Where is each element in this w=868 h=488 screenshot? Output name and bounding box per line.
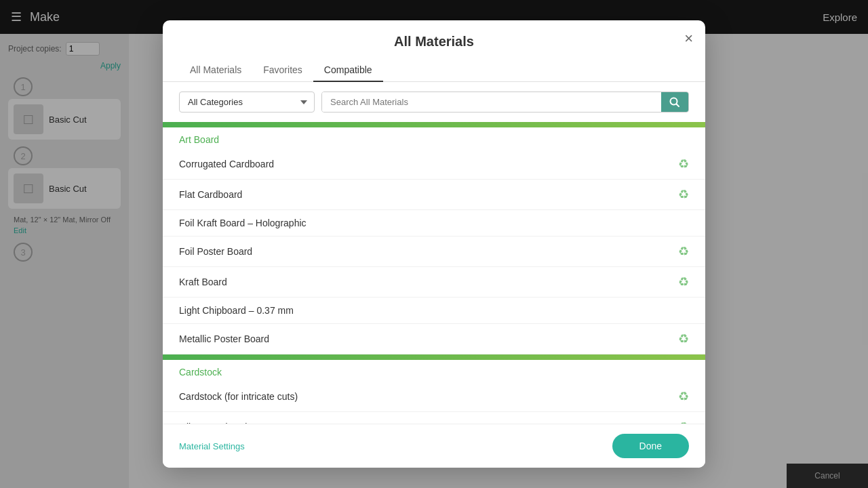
material-settings-button[interactable]: Material Settings	[179, 441, 245, 451]
tab-compatible[interactable]: Compatible	[313, 59, 383, 82]
art-board-title: Art Board	[163, 127, 705, 149]
material-row[interactable]: Foil Poster Board ♻	[163, 237, 705, 267]
recycle-icon-6: ♻	[678, 331, 689, 346]
recycle-icon-4: ♻	[678, 274, 689, 289]
svg-line-1	[677, 104, 679, 106]
category-cardstock: Cardstock Cardstock (for intricate cuts)…	[163, 354, 705, 424]
tab-favorites[interactable]: Favorites	[252, 59, 313, 82]
search-wrapper	[321, 92, 689, 113]
material-row[interactable]: Kraft Board ♻	[163, 267, 705, 298]
modal-overlay: All Materials × All Materials Favorites …	[0, 0, 868, 488]
material-row[interactable]: Flat Cardboard ♻	[163, 180, 705, 210]
material-name: Foil Poster Board	[179, 246, 678, 257]
category-art-board: Art Board Corrugated Cardboard ♻ Flat Ca…	[163, 122, 705, 354]
material-row[interactable]: Foil Kraft Board – Holographic	[163, 210, 705, 237]
modal-body: Art Board Corrugated Cardboard ♻ Flat Ca…	[163, 122, 705, 424]
recycle-icon-c0: ♻	[678, 389, 689, 404]
modal-footer: Material Settings Done	[163, 424, 705, 468]
art-board-header-bar	[163, 122, 705, 127]
material-name: Metallic Poster Board	[179, 333, 678, 344]
recycle-icon-0: ♻	[678, 157, 689, 171]
material-name: Kraft Board	[179, 277, 678, 287]
modal-header: All Materials ×	[163, 20, 705, 49]
modal-tabs: All Materials Favorites Compatible	[163, 49, 705, 82]
material-row[interactable]: Glitter Cardstock ♻	[163, 412, 705, 424]
done-button[interactable]: Done	[612, 434, 689, 458]
modal-filters: All Categories Art Board Cardstock Fabri…	[163, 82, 705, 122]
search-button[interactable]	[661, 92, 688, 112]
material-row[interactable]: Cardstock (for intricate cuts) ♻	[163, 382, 705, 412]
material-name: Cardstock (for intricate cuts)	[179, 391, 678, 402]
material-name: Corrugated Cardboard	[179, 159, 678, 169]
material-name: Light Chipboard – 0.37 mm	[179, 305, 689, 316]
modal-title: All Materials	[394, 34, 474, 49]
material-row[interactable]: Corrugated Cardboard ♻	[163, 149, 705, 180]
material-name: Flat Cardboard	[179, 189, 678, 200]
tab-all-materials[interactable]: All Materials	[179, 59, 252, 82]
cardstock-header-bar	[163, 354, 705, 360]
search-input[interactable]	[322, 92, 661, 112]
cardstock-title: Cardstock	[163, 360, 705, 382]
search-icon	[669, 97, 680, 108]
recycle-icon-c1: ♻	[678, 420, 689, 424]
material-name: Foil Kraft Board – Holographic	[179, 218, 689, 228]
recycle-icon-1: ♻	[678, 187, 689, 202]
modal-close-button[interactable]: ×	[684, 31, 693, 46]
recycle-icon-3: ♻	[678, 244, 689, 259]
all-materials-modal: All Materials × All Materials Favorites …	[163, 20, 705, 468]
category-dropdown[interactable]: All Categories Art Board Cardstock Fabri…	[179, 92, 315, 113]
material-row[interactable]: Metallic Poster Board ♻	[163, 324, 705, 354]
material-row[interactable]: Light Chipboard – 0.37 mm	[163, 298, 705, 324]
